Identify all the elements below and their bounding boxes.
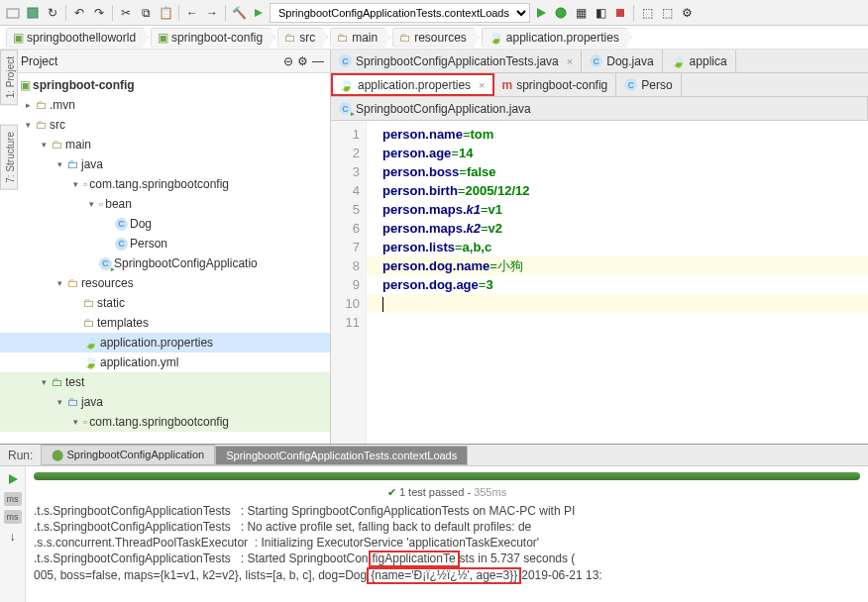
console-line: 005, boss=false, maps={k1=v1, k2=v2}, li… xyxy=(34,567,860,584)
project-side-tab[interactable]: 1: Project xyxy=(0,50,18,105)
breadcrumb-item[interactable]: 🗀 resources xyxy=(392,28,480,48)
collapse-icon[interactable]: ⊖ xyxy=(283,54,293,68)
editor-tab[interactable]: C SpringbootConfigApplicationTests.java× xyxy=(331,50,582,72)
test-status: ✔ 1 test passed - 355ms xyxy=(34,486,860,499)
editor-tab[interactable]: 🍃 application.properties× xyxy=(331,73,494,96)
console-line: .t.s.SpringbootConfigApplicationTests : … xyxy=(34,503,860,519)
console-line: .s.s.concurrent.ThreadPoolTaskExecutor :… xyxy=(34,535,860,551)
close-icon[interactable]: × xyxy=(479,79,485,91)
hide-icon[interactable]: — xyxy=(312,54,324,68)
editor-tabs-row-1: C SpringbootConfigApplicationTests.java×… xyxy=(331,50,868,73)
console-line: .t.s.SpringbootConfigApplicationTests : … xyxy=(34,551,860,567)
svg-rect-1 xyxy=(28,8,38,18)
redo-icon[interactable]: ↷ xyxy=(90,4,108,22)
tree-item[interactable]: 🗀 templates xyxy=(0,313,330,333)
tree-item[interactable]: ▾▫ com.tang.springbootconfig xyxy=(0,412,330,432)
tree-item[interactable]: ▾🗀 java xyxy=(0,392,330,412)
run-output[interactable]: ✔ 1 test passed - 355ms .t.s.SpringbootC… xyxy=(26,466,868,602)
tree-item[interactable]: ▸🗀 .mvn xyxy=(0,95,330,115)
tree-item[interactable]: 🍃 application.yml xyxy=(0,352,330,372)
run-label: Run: xyxy=(0,449,41,462)
run-tabs: Run: ⬤ SpringbootConfigApplication Sprin… xyxy=(0,445,868,466)
copy-icon[interactable]: ⧉ xyxy=(137,4,155,22)
code-lines[interactable]: person.name=tomperson.age=14person.boss=… xyxy=(367,121,868,444)
build-icon[interactable]: 🔨 xyxy=(230,4,248,22)
console-line: .t.s.SpringbootConfigApplicationTests : … xyxy=(34,519,860,535)
editor-tab[interactable]: C Dog.java xyxy=(582,50,662,72)
save-icon[interactable] xyxy=(24,4,42,22)
open-icon[interactable] xyxy=(4,4,22,22)
editor-tabs-row-3: C▸ SpringbootConfigApplication.java xyxy=(331,97,868,121)
structure-side-tab[interactable]: 7: Structure xyxy=(0,125,18,190)
tree-item[interactable]: C Dog xyxy=(0,214,330,234)
profile-icon[interactable]: ◧ xyxy=(592,4,609,22)
tree-item[interactable]: ▾▫ com.tang.springbootconfig xyxy=(0,174,330,194)
paste-icon[interactable]: 📋 xyxy=(157,4,174,22)
project-header[interactable]: ▤Project ⊖ ⚙ — xyxy=(0,50,330,73)
breadcrumb-item[interactable]: ▣ springboothelloworld xyxy=(6,28,149,48)
close-icon[interactable]: × xyxy=(567,55,573,67)
project-tool-window: ▤Project ⊖ ⚙ — ▾▣ springboot-config▸🗀 .m… xyxy=(0,50,331,444)
tree-item[interactable]: 🗀 static xyxy=(0,293,330,313)
breadcrumb-item[interactable]: ▣ springboot-config xyxy=(151,28,275,48)
forward-icon[interactable]: → xyxy=(203,4,221,22)
scroll-icon[interactable]: ↓ xyxy=(4,528,22,546)
run-tool-window: Run: ⬤ SpringbootConfigApplication Sprin… xyxy=(0,444,868,602)
tree-item[interactable]: ▾▫ bean xyxy=(0,194,330,214)
editor-tab[interactable]: 🍃 applica xyxy=(663,50,736,72)
run-dropdown-icon[interactable] xyxy=(250,4,268,22)
svg-point-2 xyxy=(556,8,566,18)
undo-icon[interactable]: ↶ xyxy=(70,4,88,22)
ms-badge-icon: ms xyxy=(4,492,22,506)
breadcrumb-item[interactable]: 🗀 main xyxy=(330,28,390,48)
tree-item[interactable]: ▾🗀 test xyxy=(0,372,330,392)
stop-icon[interactable] xyxy=(611,4,629,22)
coverage-icon[interactable]: ▦ xyxy=(572,4,590,22)
project-header-label: Project xyxy=(21,54,57,68)
tree-item[interactable]: ▾🗀 java xyxy=(0,154,330,174)
maven-icon[interactable]: ⬚ xyxy=(658,4,676,22)
main-toolbar: ↻ ↶ ↷ ✂ ⧉ 📋 ← → 🔨 SpringbootConfigApplic… xyxy=(0,0,868,26)
editor-tab[interactable]: C▸ SpringbootConfigApplication.java xyxy=(331,97,868,120)
svg-rect-3 xyxy=(616,9,624,17)
run-tab-1[interactable]: ⬤ SpringbootConfigApplication xyxy=(41,445,215,465)
test-progress-bar xyxy=(34,472,860,480)
editor-area: C SpringbootConfigApplicationTests.java×… xyxy=(331,50,868,444)
run-icon[interactable] xyxy=(532,4,550,22)
tree-item[interactable]: ▾🗀 src xyxy=(0,115,330,135)
ms-badge-icon: ms xyxy=(4,510,22,524)
breadcrumb: ▣ springboothelloworld▣ springboot-confi… xyxy=(0,26,868,50)
tree-item[interactable]: C Person xyxy=(0,234,330,253)
tree-item[interactable]: ▾🗀 main xyxy=(0,135,330,154)
svg-rect-0 xyxy=(7,9,19,18)
editor-tabs-row-2: 🍃 application.properties×m springboot-co… xyxy=(331,73,868,97)
breadcrumb-item[interactable]: 🍃 application.properties xyxy=(482,28,632,48)
run-tab-2[interactable]: SpringbootConfigApplicationTests.context… xyxy=(215,446,468,465)
project-tree[interactable]: ▾▣ springboot-config▸🗀 .mvn▾🗀 src▾🗀 main… xyxy=(0,73,330,444)
debug-icon[interactable] xyxy=(552,4,570,22)
tree-item[interactable]: 🍃 application.properties xyxy=(0,333,330,352)
run-config-select[interactable]: SpringbootConfigApplicationTests.context… xyxy=(270,3,530,23)
run-sidebar: ms ms ↓ xyxy=(0,466,26,602)
code-editor[interactable]: 1234567891011 person.name=tomperson.age=… xyxy=(331,121,868,444)
cut-icon[interactable]: ✂ xyxy=(117,4,135,22)
gear-icon[interactable]: ⚙ xyxy=(297,54,308,68)
tree-item[interactable]: C▸ SpringbootConfigApplicatio xyxy=(0,253,330,273)
tree-item[interactable]: ▾🗀 resources xyxy=(0,273,330,293)
sync-icon[interactable]: ↻ xyxy=(44,4,61,22)
settings-icon[interactable]: ⚙ xyxy=(678,4,696,22)
editor-tab[interactable]: m springboot-config xyxy=(494,73,617,96)
back-icon[interactable]: ← xyxy=(183,4,201,22)
tree-item[interactable]: ▾▣ springboot-config xyxy=(0,75,330,95)
vcs-icon[interactable]: ⬚ xyxy=(638,4,656,22)
gutter: 1234567891011 xyxy=(331,121,367,444)
rerun-icon[interactable] xyxy=(4,470,22,488)
editor-tab[interactable]: C Perso xyxy=(616,73,681,96)
breadcrumb-item[interactable]: 🗀 src xyxy=(277,28,328,48)
